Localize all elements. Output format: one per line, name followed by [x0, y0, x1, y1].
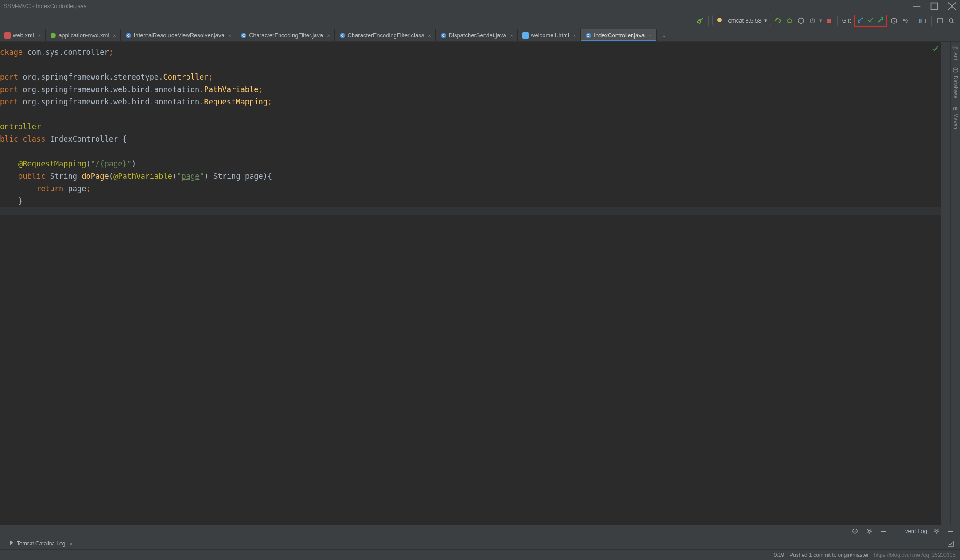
- code-string: page: [182, 172, 200, 181]
- ant-icon: 🐜: [952, 44, 959, 50]
- status-cursor[interactable]: 0:19: [774, 552, 784, 558]
- close-icon[interactable]: ×: [573, 33, 576, 38]
- tab-char-encoding-class[interactable]: C CharacterEncodingFilter.class ×: [335, 29, 436, 41]
- svg-rect-29: [522, 32, 529, 39]
- hide-icon[interactable]: [946, 526, 956, 536]
- tab-application-mvc[interactable]: application-mvc.xml ×: [46, 29, 121, 41]
- tomcat-log-tab[interactable]: Tomcat Catalina Log ×: [4, 540, 77, 547]
- tab-label: web.xml: [13, 32, 34, 39]
- code-string: ": [91, 159, 95, 168]
- code-var: page: [68, 184, 86, 193]
- code-string: ": [177, 172, 181, 181]
- tab-label: application-mvc.xml: [58, 32, 109, 39]
- close-icon[interactable]: ×: [649, 33, 651, 38]
- run-config-label: Tomcat 8.5.58: [725, 17, 762, 24]
- svg-line-7: [787, 20, 788, 20]
- rail-ant[interactable]: 🐜 Ant: [952, 44, 959, 60]
- code-annotation: @RequestMapping: [18, 159, 86, 168]
- run-icon[interactable]: [773, 16, 783, 26]
- svg-point-4: [717, 18, 722, 22]
- rail-database[interactable]: Database: [952, 67, 959, 98]
- editor-tabs: web.xml × application-mvc.xml × C Intern…: [0, 29, 960, 42]
- run-configuration-selector[interactable]: Tomcat 8.5.58 ▾: [712, 15, 771, 26]
- code-keyword: ckage: [0, 48, 23, 57]
- tab-label: IndexController.java: [594, 32, 645, 39]
- svg-line-10: [791, 22, 792, 22]
- tab-dispatcher[interactable]: C DispatcherServlet.java ×: [436, 29, 518, 41]
- tab-index-controller[interactable]: C IndexController.java ×: [581, 29, 656, 41]
- svg-text:C: C: [242, 33, 245, 38]
- svg-rect-15: [920, 19, 922, 23]
- maven-icon: m: [953, 105, 958, 112]
- code-classname: Controller: [163, 73, 208, 81]
- database-icon: [953, 67, 958, 74]
- class-file-icon: C: [440, 32, 447, 39]
- close-icon[interactable]: ×: [510, 33, 513, 38]
- maximize-icon[interactable]: [930, 2, 939, 11]
- ide-settings-icon[interactable]: [935, 16, 945, 26]
- event-log-tab[interactable]: Event Log: [898, 528, 927, 534]
- checkbox-icon[interactable]: [946, 539, 956, 548]
- code-text: org.springframework.web.bind.annotation.: [18, 97, 204, 106]
- close-icon[interactable]: ×: [38, 33, 41, 38]
- tab-label: CharacterEncodingFilter.class: [348, 32, 424, 39]
- close-icon[interactable]: ×: [70, 541, 72, 546]
- inspection-indicator[interactable]: [932, 45, 939, 54]
- code-type: String: [213, 172, 240, 181]
- svg-point-41: [936, 530, 937, 532]
- code-editor[interactable]: ckage com.sys.controller; port org.sprin…: [0, 42, 941, 525]
- code-type: String: [50, 172, 77, 181]
- tab-web-xml[interactable]: web.xml ×: [0, 29, 46, 41]
- main-toolbar: Tomcat 8.5.58 ▾ ▾ Git:: [0, 12, 960, 29]
- git-commit-icon[interactable]: [867, 16, 874, 25]
- rollback-icon[interactable]: [901, 16, 910, 26]
- class-file-icon: C: [125, 32, 132, 39]
- git-push-icon[interactable]: [878, 17, 884, 24]
- profiler-icon[interactable]: [808, 16, 817, 26]
- status-bar: 0:19 Pushed 1 commit to origin/master ht…: [0, 549, 960, 560]
- git-pull-icon[interactable]: [857, 17, 863, 24]
- project-structure-icon[interactable]: [918, 16, 928, 26]
- title-bar: SSM-MVC - IndexController.java: [0, 0, 960, 12]
- code-keyword: port: [0, 73, 18, 81]
- tab-welcome-html[interactable]: welcome1.html ×: [518, 29, 581, 41]
- close-icon[interactable]: ×: [113, 33, 116, 38]
- rail-maven[interactable]: m Maven: [952, 105, 959, 129]
- svg-point-39: [868, 530, 870, 532]
- bottom-tab-label: Tomcat Catalina Log: [17, 541, 65, 547]
- tab-label: InternalResourceViewResolver.java: [134, 32, 225, 39]
- coverage-icon[interactable]: [796, 16, 806, 26]
- gear-icon[interactable]: [864, 526, 874, 536]
- svg-rect-1: [931, 3, 938, 9]
- svg-line-9: [787, 22, 788, 22]
- debug-icon[interactable]: [785, 16, 794, 26]
- code-keyword: port: [0, 97, 18, 106]
- minimize-icon[interactable]: [912, 2, 921, 11]
- close-icon[interactable]: ×: [327, 33, 330, 38]
- svg-line-18: [952, 22, 954, 23]
- code-param: page: [245, 172, 263, 181]
- code-keyword: port: [0, 85, 18, 94]
- svg-rect-16: [937, 19, 943, 23]
- svg-text:C: C: [341, 33, 344, 38]
- tab-internal-resource[interactable]: C InternalResourceViewResolver.java ×: [121, 29, 236, 41]
- svg-rect-43: [948, 541, 953, 546]
- tabs-overflow-icon[interactable]: ⌄: [658, 32, 670, 39]
- hide-icon[interactable]: [878, 526, 888, 536]
- gear-icon[interactable]: [932, 526, 941, 536]
- target-icon[interactable]: [850, 526, 860, 536]
- tab-char-encoding-java[interactable]: C CharacterEncodingFilter.java ×: [236, 29, 334, 41]
- history-icon[interactable]: [889, 16, 899, 26]
- search-everywhere-icon[interactable]: [947, 16, 956, 26]
- svg-rect-19: [4, 32, 11, 39]
- chevron-down-icon[interactable]: ▾: [819, 17, 822, 24]
- close-icon[interactable]: [948, 2, 956, 11]
- bottom-tabs-row: Tomcat Catalina Log ×: [0, 537, 960, 549]
- watermark: https://blog.csdn.net/qq_25200335: [874, 552, 956, 558]
- build-icon[interactable]: [695, 16, 705, 26]
- close-icon[interactable]: ×: [428, 33, 431, 38]
- stop-icon[interactable]: [824, 16, 834, 26]
- close-icon[interactable]: ×: [229, 33, 231, 38]
- svg-point-32: [953, 68, 958, 70]
- window-controls: [912, 2, 956, 11]
